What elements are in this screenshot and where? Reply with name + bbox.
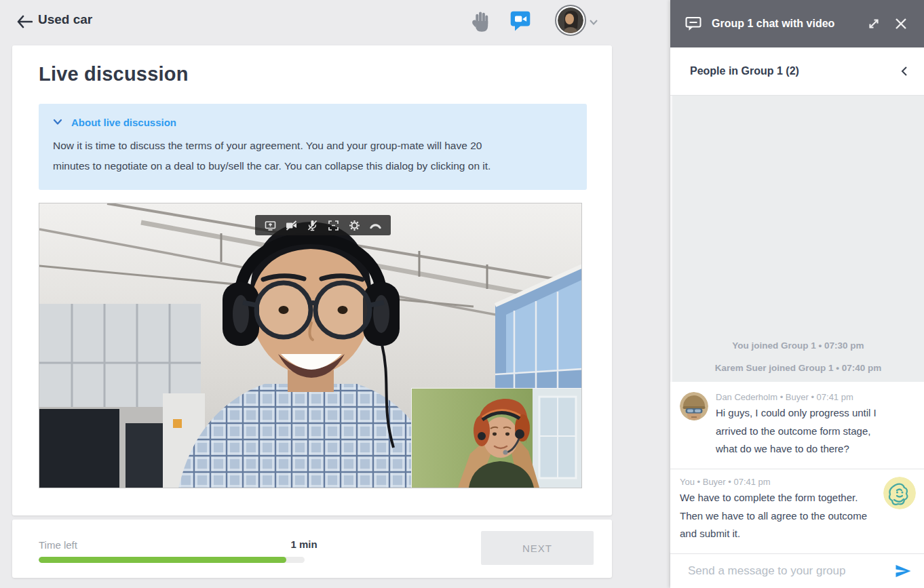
chat-message: Dan Cederholm • Buyer • 07:41 pm Hi guys… bbox=[670, 382, 924, 469]
raise-hand-icon[interactable] bbox=[471, 9, 491, 33]
message-text: Hi guys, I could only progress until I a… bbox=[716, 404, 895, 458]
message-text: We have to complete the form together. T… bbox=[680, 489, 881, 543]
hang-up-icon[interactable] bbox=[370, 220, 381, 231]
chat-panel-title: Group 1 chat with video bbox=[712, 18, 865, 30]
dan-avatar bbox=[680, 392, 708, 420]
chevron-down-icon bbox=[53, 116, 62, 128]
video-chat-icon[interactable] bbox=[509, 9, 531, 31]
system-message: You joined Group 1 • 07:30 pm bbox=[679, 340, 917, 351]
camera-off-icon[interactable] bbox=[286, 220, 297, 231]
about-title: About live discussion bbox=[71, 117, 176, 128]
you-avatar bbox=[883, 477, 916, 509]
time-progress-bar bbox=[39, 557, 305, 563]
mic-off-icon[interactable] bbox=[307, 220, 318, 231]
system-message: Karem Suer joined Group 1 • 07:40 pm bbox=[679, 363, 917, 373]
user-avatar[interactable] bbox=[555, 5, 586, 36]
chat-bubble-icon bbox=[685, 15, 702, 33]
message-meta: Dan Cederholm • Buyer • 07:41 pm bbox=[716, 392, 895, 402]
expand-icon[interactable] bbox=[865, 15, 883, 33]
chat-message: You • Buyer • 07:41 pm We have to comple… bbox=[670, 469, 924, 553]
avatar-dropdown-chevron-icon[interactable] bbox=[589, 16, 598, 28]
section-heading: Live discussion bbox=[39, 63, 189, 85]
about-collapsible-panel[interactable]: About live discussion Now it is time to … bbox=[39, 104, 587, 190]
screen-share-icon[interactable] bbox=[265, 220, 276, 231]
chat-message-list[interactable]: You joined Group 1 • 07:30 pm Karem Suer… bbox=[670, 96, 924, 382]
video-call-view bbox=[39, 203, 582, 488]
time-left-label: Time left bbox=[39, 539, 77, 551]
people-header-row: People in Group 1 (2) bbox=[670, 47, 924, 96]
time-progress-fill bbox=[39, 557, 286, 563]
back-button[interactable] bbox=[15, 12, 34, 31]
chat-message-input[interactable] bbox=[688, 564, 893, 578]
collapse-chevron-icon[interactable] bbox=[901, 66, 908, 77]
time-left-value: 1 min bbox=[263, 538, 345, 550]
about-description: Now it is time to discuss the terms of y… bbox=[53, 136, 521, 176]
close-icon[interactable] bbox=[892, 15, 910, 33]
group-chat-panel: Group 1 chat with video People in Group … bbox=[670, 0, 924, 588]
chat-input-row bbox=[670, 553, 924, 588]
fullscreen-icon[interactable] bbox=[328, 220, 339, 231]
message-meta: You • Buyer • 07:41 pm bbox=[680, 477, 915, 487]
people-header-title: People in Group 1 (2) bbox=[690, 65, 901, 77]
page-title: Used car bbox=[38, 12, 92, 27]
live-discussion-card: Live discussion About live discussion No… bbox=[12, 45, 612, 515]
call-toolbar bbox=[255, 215, 391, 235]
self-video-feed bbox=[411, 388, 582, 488]
timer-footer: Time left 1 min NEXT bbox=[12, 520, 612, 578]
top-bar: Used car bbox=[0, 0, 670, 45]
send-icon[interactable] bbox=[893, 561, 913, 581]
settings-gear-icon[interactable] bbox=[349, 220, 360, 231]
next-button[interactable]: NEXT bbox=[481, 531, 594, 565]
chat-panel-header: Group 1 chat with video bbox=[670, 0, 924, 47]
